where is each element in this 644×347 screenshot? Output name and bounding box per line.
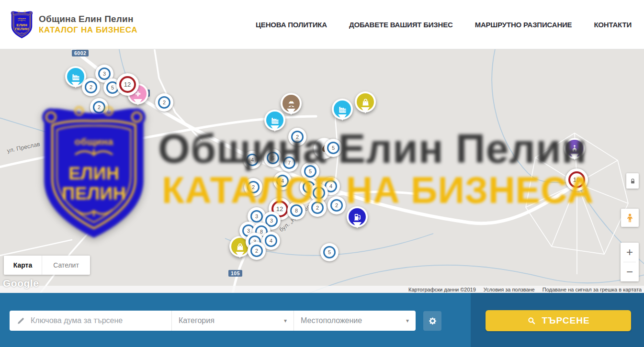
chevron-down-icon: ▾: [284, 317, 287, 324]
factory-icon: [334, 101, 351, 118]
nav-item-pricing[interactable]: ЦЕНОВА ПОЛИТИКА: [256, 21, 327, 29]
cluster-marker[interactable]: 10: [565, 168, 588, 191]
church-icon: [566, 140, 583, 157]
fuel-pump-pin[interactable]: [347, 206, 368, 227]
search-button-label: ТЪРСЕНЕ: [542, 315, 589, 326]
emblem-name-2: ПЕЛИН: [15, 27, 29, 31]
cluster-count: 12: [119, 76, 136, 93]
attribution-report-link[interactable]: Подаване на сигнал за грешка в картата: [542, 287, 642, 292]
cluster-marker[interactable]: 2: [155, 93, 173, 112]
category-select[interactable]: Категория ▾: [171, 311, 294, 331]
cluster-marker[interactable]: 2: [328, 196, 346, 214]
nav-item-add-business[interactable]: ДОБАВЕТЕ ВАШИЯТ БИЗНЕС: [349, 21, 453, 29]
cluster-count: 7: [283, 157, 295, 169]
map-type-map-button[interactable]: Карта: [4, 256, 42, 275]
cluster-count: 5: [327, 142, 339, 154]
road-label: 105: [228, 270, 242, 277]
shopping-bag-pin[interactable]: [355, 91, 376, 112]
attribution-terms-link[interactable]: Условия за ползване: [484, 287, 535, 292]
cluster-marker[interactable]: 4: [243, 151, 261, 169]
cluster-marker[interactable]: 12: [116, 73, 139, 96]
logo-text: Община Елин Пелин КАТАЛОГ НА БИЗНЕСА: [39, 14, 137, 35]
cluster-count: 2: [250, 245, 263, 257]
worker-pin[interactable]: [281, 93, 302, 114]
pegman-icon: [624, 213, 635, 224]
keyword-input[interactable]: [31, 316, 171, 325]
cluster-count: 4: [246, 154, 259, 166]
cluster-marker[interactable]: 2: [244, 178, 262, 196]
cluster-count: 2: [158, 96, 170, 109]
logo-title: Община Елин Пелин: [39, 14, 137, 24]
cluster-marker[interactable]: 6: [264, 149, 282, 167]
map-type-satellite-button[interactable]: Сателит: [42, 256, 90, 275]
cluster-marker[interactable]: 2: [288, 128, 306, 146]
cluster-count: 2: [291, 131, 304, 143]
map-canvas[interactable]: 6002 105 ул. Преслав бул. „Новосел 32512…: [0, 49, 644, 293]
cluster-marker[interactable]: 4: [273, 172, 292, 190]
zoom-in-button[interactable]: +: [621, 243, 639, 262]
cluster-marker[interactable]: 2: [90, 98, 108, 116]
search-button-panel: ТЪРСЕНЕ: [471, 293, 644, 347]
search-button[interactable]: ТЪРСЕНЕ: [486, 310, 631, 331]
street-view-button[interactable]: [621, 209, 639, 227]
factory-icon: [67, 68, 84, 85]
municipality-emblem-icon: община ЕЛИН ПЕЛИН: [11, 10, 33, 39]
location-select[interactable]: Местоположение ▾: [294, 311, 416, 331]
cluster-count: 5: [304, 165, 316, 178]
cluster-count: 2: [330, 199, 343, 212]
category-select-label: Категория: [179, 316, 215, 325]
location-select-label: Местоположение: [301, 316, 362, 325]
attribution-copyright: Картографски данни ©2019: [408, 287, 476, 292]
cluster-marker[interactable]: 5: [324, 139, 342, 157]
cluster-count: 2: [93, 101, 105, 113]
cluster-marker[interactable]: 2: [248, 242, 266, 260]
emblem-town-word: община: [18, 17, 26, 20]
cluster-marker[interactable]: 8: [287, 201, 305, 220]
main-nav: ЦЕНОВА ПОЛИТИКА ДОБАВЕТЕ ВАШИЯТ БИЗНЕС М…: [256, 21, 632, 29]
keyword-field[interactable]: [10, 311, 171, 331]
cluster-count: 2: [247, 181, 260, 193]
worker-icon: [282, 95, 300, 112]
header: община ЕЛИН ПЕЛИН Община Елин Пелин КАТА…: [0, 0, 644, 49]
cluster-count: 3: [250, 210, 263, 223]
site-logo[interactable]: община ЕЛИН ПЕЛИН Община Елин Пелин КАТА…: [11, 10, 137, 39]
cluster-marker[interactable]: 5: [320, 243, 339, 261]
settings-button[interactable]: [423, 311, 441, 331]
cluster-count: 2: [311, 201, 324, 214]
zoom-control: + −: [621, 243, 639, 281]
shopping-bag-icon: [357, 93, 374, 111]
nav-item-route-schedule[interactable]: МАРШРУТНО РАЗПИСАНИЕ: [475, 21, 572, 29]
logo-subtitle: КАТАЛОГ НА БИЗНЕСА: [39, 25, 137, 35]
gear-icon: [428, 316, 437, 325]
church-pin[interactable]: [564, 138, 585, 159]
cluster-count: 8: [313, 187, 325, 199]
factory-pin[interactable]: [264, 110, 285, 131]
pencil-icon: [16, 316, 25, 325]
fuel-pump-icon: [349, 208, 366, 225]
zoom-out-button[interactable]: −: [621, 262, 639, 281]
factory-icon: [266, 112, 283, 129]
lock-icon: [629, 177, 636, 185]
cluster-marker[interactable]: 2: [308, 199, 327, 217]
search-fields: Категория ▾ Местоположение ▾: [10, 311, 416, 331]
cluster-count: 2: [85, 81, 97, 93]
cluster-count: 10: [568, 171, 585, 188]
cluster-count: 8: [290, 204, 303, 217]
google-logo[interactable]: Google: [3, 278, 39, 289]
nav-item-contacts[interactable]: КОНТАКТИ: [594, 21, 632, 29]
cluster-count: 5: [323, 246, 336, 258]
page: община ЕЛИН ПЕЛИН Община Елин Пелин КАТА…: [0, 0, 644, 347]
cluster-marker[interactable]: 7: [280, 154, 298, 172]
cluster-count: 4: [265, 235, 277, 247]
road-label: 6002: [72, 50, 89, 56]
cluster-count: 4: [276, 175, 289, 187]
factory-pin[interactable]: [332, 99, 353, 120]
cluster-marker[interactable]: 2: [82, 78, 100, 96]
search-icon: [527, 316, 536, 325]
map-type-control: Карта Сателит: [4, 256, 90, 275]
map-lock-button[interactable]: [626, 173, 639, 189]
search-bar: ТЪРСЕНЕ Категория ▾ Местоположение ▾: [0, 293, 644, 347]
emblem-name-1: ЕЛИН: [16, 23, 27, 27]
cluster-count: 3: [98, 67, 111, 80]
cluster-count: 6: [267, 152, 279, 164]
